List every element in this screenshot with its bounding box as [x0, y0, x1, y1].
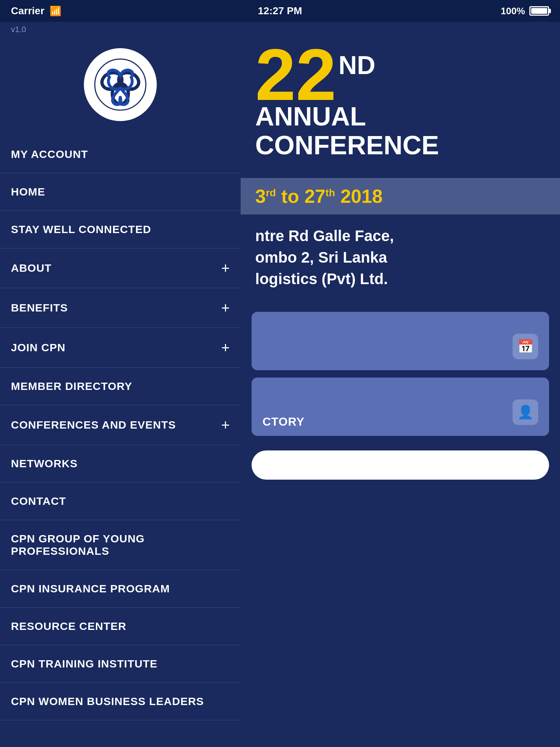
version-tag: v1.0 — [0, 22, 241, 37]
calendar-icon: 📅 — [513, 334, 538, 359]
status-bar-left: Carrier 📶 — [11, 5, 61, 17]
nav-list: MY ACCOUNTHOMESTAY WELL CONNECTEDABOUT+B… — [0, 136, 241, 720]
date-to: to 27 — [276, 186, 326, 207]
white-bar — [252, 450, 549, 480]
nav-item-9[interactable]: CONTACT — [0, 483, 241, 520]
nav-item-label-9: CONTACT — [11, 495, 66, 507]
date-year: 2018 — [335, 186, 382, 207]
nav-item-3[interactable]: ABOUT+ — [0, 248, 241, 288]
nav-item-10[interactable]: CPN GROUP OF YOUNG PROFESSIONALS — [0, 520, 241, 570]
nav-item-label-4: BENEFITS — [11, 302, 68, 314]
location-text: ntre Rd Galle Face, ombo 2, Sri Lanka lo… — [255, 225, 545, 290]
status-bar: Carrier 📶 12:27 PM 100% — [0, 0, 560, 22]
nav-item-label-8: NETWORKS — [11, 457, 78, 470]
conference-num-value: 22 — [255, 44, 336, 106]
nav-item-label-12: RESOURCE CENTER — [11, 620, 127, 632]
nav-item-label-14: CPN WOMEN BUSINESS LEADERS — [11, 695, 204, 708]
sidebar: v1.0 — [0, 22, 241, 747]
nav-item-2[interactable]: STAY WELL CONNECTED — [0, 211, 241, 248]
conference-banner: 22ND ANNUAL CONFERENCE — [241, 22, 560, 178]
logo-container — [0, 37, 241, 136]
nav-item-label-3: ABOUT — [11, 262, 52, 274]
location-line3: logistics (Pvt) Ltd. — [255, 268, 545, 290]
nav-item-label-13: CPN TRAINING INSTITUTE — [11, 658, 158, 670]
person-icon: 👤 — [513, 399, 538, 425]
location-line2: ombo 2, Sri Lanka — [255, 247, 545, 268]
right-panel: 22ND ANNUAL CONFERENCE 3rd to 27th 2018 … — [241, 22, 560, 747]
nav-item-4[interactable]: BENEFITS+ — [0, 288, 241, 328]
conference-title: ANNUAL CONFERENCE — [255, 102, 545, 160]
nav-item-label-6: MEMBER DIRECTORY — [11, 380, 132, 392]
cards-section: 📅 👤 CTORY — [241, 301, 560, 447]
nav-item-plus-5: + — [221, 340, 230, 355]
card-directory-label: CTORY — [262, 415, 304, 429]
date-sup2: th — [326, 187, 335, 198]
date-start: 3 — [255, 186, 266, 207]
nav-item-label-1: HOME — [11, 186, 45, 198]
card-directory[interactable]: 👤 CTORY — [252, 378, 549, 436]
battery-icon — [529, 6, 549, 16]
nav-item-label-2: STAY WELL CONNECTED — [11, 223, 151, 236]
conference-number: 22ND — [255, 44, 545, 106]
nav-item-label-0: MY ACCOUNT — [11, 148, 88, 160]
nav-item-label-10: CPN GROUP OF YOUNG PROFESSIONALS — [11, 533, 230, 557]
logo-svg — [93, 57, 148, 112]
nav-item-12[interactable]: RESOURCE CENTER — [0, 608, 241, 645]
date-sup1: rd — [266, 187, 276, 198]
nav-item-plus-7: + — [221, 418, 230, 432]
nav-item-plus-4: + — [221, 301, 230, 315]
logo-circle — [84, 48, 157, 121]
time-label: 12:27 PM — [258, 5, 302, 17]
conference-superscript: ND — [338, 55, 375, 77]
date-text: 3rd to 27th 2018 — [255, 185, 545, 207]
date-banner: 3rd to 27th 2018 — [241, 178, 560, 214]
nav-item-11[interactable]: CPN INSURANCE PROGRAM — [0, 570, 241, 608]
nav-item-label-11: CPN INSURANCE PROGRAM — [11, 582, 170, 595]
nav-item-label-5: JOIN CPN — [11, 341, 66, 354]
card-calendar[interactable]: 📅 — [252, 312, 549, 370]
wifi-icon: 📶 — [50, 5, 61, 17]
main-layout: v1.0 — [0, 22, 560, 747]
nav-item-1[interactable]: HOME — [0, 173, 241, 211]
nav-item-label-7: CONFERENCES AND EVENTS — [11, 419, 176, 431]
conference-title-line1: ANNUAL — [255, 102, 545, 131]
nav-item-6[interactable]: MEMBER DIRECTORY — [0, 368, 241, 405]
nav-item-plus-3: + — [221, 261, 230, 275]
carrier-label: Carrier — [11, 5, 44, 17]
location-section: ntre Rd Galle Face, ombo 2, Sri Lanka lo… — [241, 214, 560, 301]
conference-title-line2: CONFERENCE — [255, 131, 545, 160]
nav-item-14[interactable]: CPN WOMEN BUSINESS LEADERS — [0, 683, 241, 720]
nav-item-0[interactable]: MY ACCOUNT — [0, 136, 241, 173]
nav-item-8[interactable]: NETWORKS — [0, 445, 241, 483]
nav-item-13[interactable]: CPN TRAINING INSTITUTE — [0, 645, 241, 683]
location-line1: ntre Rd Galle Face, — [255, 225, 545, 247]
status-bar-right: 100% — [501, 5, 549, 17]
nav-item-5[interactable]: JOIN CPN+ — [0, 328, 241, 368]
nav-item-7[interactable]: CONFERENCES AND EVENTS+ — [0, 405, 241, 445]
battery-percent: 100% — [501, 5, 525, 17]
